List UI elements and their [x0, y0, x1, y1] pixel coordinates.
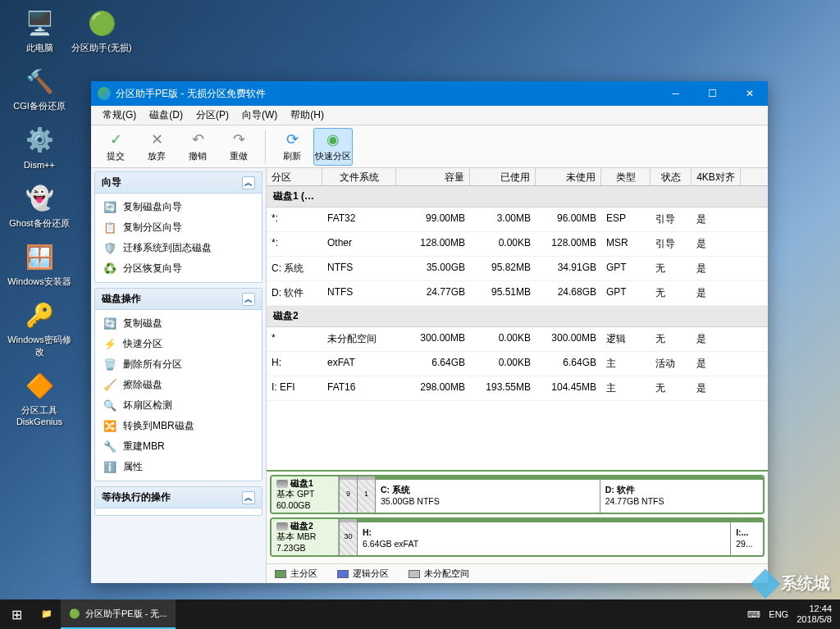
panel-item[interactable]: 📋复制分区向导 — [95, 217, 262, 238]
item-icon: 🧹 — [103, 379, 116, 392]
close-button[interactable]: ✕ — [731, 81, 768, 106]
maximize-button[interactable]: ☐ — [694, 81, 731, 106]
language-indicator[interactable]: ENG — [769, 609, 788, 619]
partition-block-small[interactable]: 30 — [339, 519, 357, 555]
item-icon: ℹ️ — [103, 461, 116, 474]
start-button[interactable]: ⊞ — [0, 599, 33, 629]
col-filesystem[interactable]: 文件系统 — [322, 168, 396, 185]
app-icon — [98, 87, 111, 100]
legend: 主分区逻辑分区未分配空间 — [267, 563, 768, 583]
legend-color-box — [409, 570, 420, 578]
watermark-icon — [751, 568, 781, 599]
tool-重做[interactable]: ↷重做 — [219, 128, 258, 166]
table-row[interactable]: *未分配空间300.00MB0.00KB300.00MB逻辑无是 — [267, 327, 768, 352]
tool-刷新[interactable]: ⟳刷新 — [272, 128, 312, 166]
panel-向导: 向导︽🔄复制磁盘向导📋复制分区向导🛡️迁移系统到固态磁盘♻️分区恢复向导 — [94, 171, 262, 283]
tool-快速分区[interactable]: ◉快速分区 — [313, 128, 353, 166]
tool-放弃[interactable]: ✕放弃 — [137, 128, 176, 166]
disk-block[interactable]: 磁盘2基本 MBR7.23GB30H:6.64GB exFATI:...29..… — [270, 517, 765, 557]
watermark: 系统城 — [755, 572, 830, 595]
menu-help[interactable]: 帮助(H) — [284, 107, 331, 124]
tool-提交[interactable]: ✓提交 — [96, 128, 135, 166]
gear-icon: ⚙️ — [23, 124, 56, 157]
panel-header[interactable]: 磁盘操作︽ — [95, 289, 262, 310]
partition-assistant-window: 分区助手PE版 - 无损分区免费软件 ─ ☐ ✕ 常规(G) 磁盘(D) 分区(… — [91, 81, 768, 583]
collapse-icon[interactable]: ︽ — [242, 293, 255, 306]
titlebar[interactable]: 分区助手PE版 - 无损分区免费软件 ─ ☐ ✕ — [91, 81, 768, 106]
table-row[interactable]: D: 软件NTFS24.77GB95.51MB24.68GBGPT无是 — [267, 281, 768, 306]
panel-item[interactable]: 🔍坏扇区检测 — [95, 395, 262, 416]
menu-wizard[interactable]: 向导(W) — [235, 107, 284, 124]
taskbar-partition-assistant[interactable]: 🟢 分区助手PE版 - 无... — [61, 599, 176, 629]
partition-block[interactable]: I:...29... — [730, 519, 763, 555]
panel-磁盘操作: 磁盘操作︽🔄复制磁盘⚡快速分区🗑️删除所有分区🧹擦除磁盘🔍坏扇区检测🔀转换到MB… — [94, 288, 262, 481]
desktop-icon-ghost[interactable]: 👻 Ghost备份还原 — [7, 182, 72, 229]
desktop-icon-dism[interactable]: ⚙️ Dism++ — [7, 124, 72, 171]
tool-icon: ↶ — [189, 130, 207, 148]
legend-item: 未分配空间 — [409, 567, 469, 580]
panel-item[interactable]: 🔄复制磁盘向导 — [95, 197, 262, 217]
desktop-icon-computer[interactable]: 🖥️ 此电脑 — [7, 7, 72, 53]
col-status[interactable]: 状态 — [651, 168, 692, 185]
col-4k-align[interactable]: 4KB对齐 — [692, 168, 741, 185]
disk-group-label[interactable]: 磁盘1 (… — [267, 186, 768, 207]
desktop-icon-password[interactable]: 🔑 Windows密码修改 — [7, 299, 72, 358]
item-icon: 🔀 — [103, 420, 116, 433]
panel-等待执行的操作: 等待执行的操作︽ — [94, 486, 262, 516]
desktop-icon-cgi[interactable]: 🔨 CGI备份还原 — [7, 65, 72, 112]
system-tray[interactable]: ⌨ ENG 12:44 2018/5/8 — [739, 604, 840, 625]
panel-header[interactable]: 等待执行的操作︽ — [95, 487, 262, 508]
desktop-icon-partition[interactable]: 🟢 分区助手(无损) — [69, 7, 135, 53]
minimize-button[interactable]: ─ — [657, 81, 694, 106]
item-icon: 🔄 — [103, 201, 116, 214]
menu-disk[interactable]: 磁盘(D) — [143, 107, 189, 124]
col-free[interactable]: 未使用 — [536, 168, 601, 185]
panel-item[interactable]: 🔧重建MBR — [95, 436, 262, 457]
panel-item[interactable]: ℹ️属性 — [95, 457, 262, 477]
desktop-icon-winstall[interactable]: 🪟 Windows安装器 — [7, 240, 72, 287]
hammer-icon: 🔨 — [23, 65, 56, 98]
col-used[interactable]: 已使用 — [470, 168, 536, 185]
panel-item[interactable]: ♻️分区恢复向导 — [95, 258, 262, 279]
disk-block[interactable]: 磁盘1基本 GPT60.00GB91C: 系统35.00GB NTFSD: 软件… — [270, 475, 765, 514]
panel-item[interactable]: 🛡️迁移系统到固态磁盘 — [95, 238, 262, 258]
folder-icon: 📁 — [41, 608, 52, 619]
menu-partition[interactable]: 分区(P) — [189, 107, 235, 124]
disk-group-label[interactable]: 磁盘2 — [267, 306, 768, 327]
legend-color-box — [337, 570, 349, 578]
panel-header[interactable]: 向导︽ — [95, 172, 262, 194]
grid-header: 分区 文件系统 容量 已使用 未使用 类型 状态 4KB对齐 — [267, 168, 768, 186]
tool-撤销[interactable]: ↶撤销 — [178, 128, 217, 166]
legend-color-box — [275, 570, 286, 578]
collapse-icon[interactable]: ︽ — [242, 176, 255, 189]
col-type[interactable]: 类型 — [601, 168, 651, 185]
partition-block-small[interactable]: 9 — [339, 476, 357, 513]
menu-general[interactable]: 常规(G) — [96, 107, 143, 124]
panel-item[interactable]: ⚡快速分区 — [95, 334, 262, 354]
partition-block[interactable]: C: 系统35.00GB NTFS — [375, 476, 600, 513]
table-row[interactable]: *:FAT3299.00MB3.00MB96.00MBESP引导是 — [267, 207, 768, 232]
taskbar: ⊞ 📁 🟢 分区助手PE版 - 无... ⌨ ENG 12:44 2018/5/… — [0, 599, 840, 629]
col-capacity[interactable]: 容量 — [396, 168, 470, 185]
desktop-icon-diskgenius[interactable]: 🔶 分区工具DiskGenius — [7, 369, 72, 428]
panel-item[interactable]: 🗑️删除所有分区 — [95, 354, 262, 375]
panel-item[interactable]: 🔀转换到MBR磁盘 — [95, 416, 262, 436]
col-partition[interactable]: 分区 — [267, 168, 322, 185]
panel-item[interactable]: 🔄复制磁盘 — [95, 313, 262, 334]
window-title: 分区助手PE版 - 无损分区免费软件 — [116, 87, 657, 101]
taskbar-explorer[interactable]: 📁 — [33, 599, 61, 629]
table-row[interactable]: H:exFAT6.64GB0.00KB6.64GB主活动是 — [267, 352, 768, 376]
keyboard-icon[interactable]: ⌨ — [747, 609, 760, 620]
panel-item[interactable]: 🧹擦除磁盘 — [95, 375, 262, 395]
partition-assistant-icon: 🟢 — [85, 7, 118, 39]
item-icon: 🛡️ — [103, 242, 116, 255]
table-row[interactable]: C: 系统NTFS35.00GB95.82MB34.91GBGPT无是 — [267, 257, 768, 281]
partition-block-small[interactable]: 1 — [357, 476, 375, 513]
partition-block[interactable]: H:6.64GB exFAT — [357, 519, 730, 555]
partition-block[interactable]: D: 软件24.77GB NTFS — [600, 476, 763, 513]
sidebar: 向导︽🔄复制磁盘向导📋复制分区向导🛡️迁移系统到固态磁盘♻️分区恢复向导磁盘操作… — [91, 168, 267, 583]
table-row[interactable]: I: EFIFAT16298.00MB193.55MB104.45MB主无是 — [267, 376, 768, 401]
table-row[interactable]: *:Other128.00MB0.00KB128.00MBMSR引导是 — [267, 232, 768, 257]
collapse-icon[interactable]: ︽ — [242, 491, 255, 504]
tool-icon: ✓ — [107, 130, 125, 148]
